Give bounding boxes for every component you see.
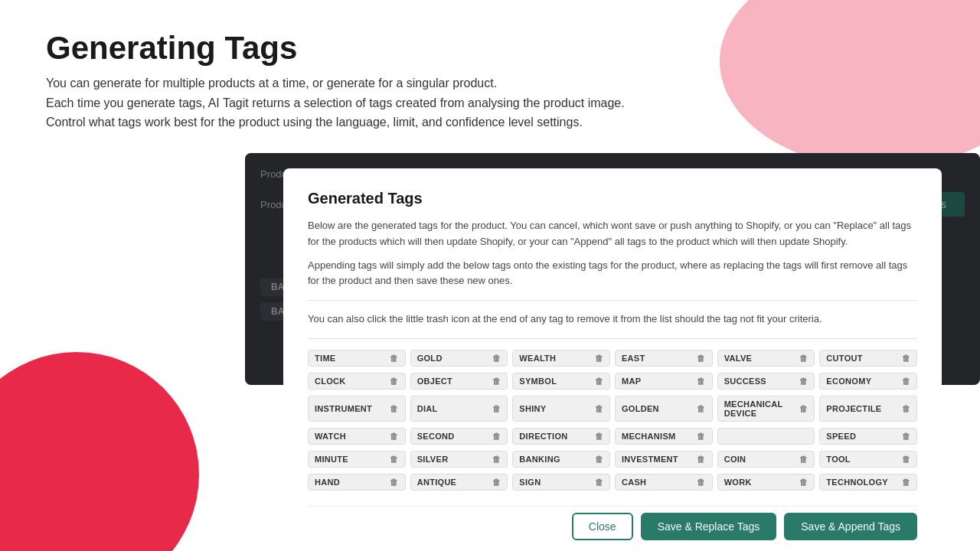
desc-line-3: Control what tags work best for the prod… bbox=[46, 112, 980, 132]
tag-item: MAP🗑 bbox=[615, 373, 713, 390]
tag-delete-icon[interactable]: 🗑 bbox=[902, 404, 910, 413]
tag-label: EAST bbox=[622, 354, 645, 363]
tag-delete-icon[interactable]: 🗑 bbox=[390, 404, 398, 413]
tag-label: CASH bbox=[622, 478, 646, 487]
tag-delete-icon[interactable]: 🗑 bbox=[799, 404, 808, 413]
tag-label: BANKING bbox=[519, 455, 560, 464]
close-button[interactable]: Close bbox=[572, 513, 633, 540]
tag-label: TOOL bbox=[826, 455, 851, 464]
tag-delete-icon[interactable]: 🗑 bbox=[390, 432, 398, 441]
tag-delete-icon[interactable]: 🗑 bbox=[697, 377, 705, 386]
tag-delete-icon[interactable]: 🗑 bbox=[595, 455, 603, 464]
tag-delete-icon[interactable]: 🗑 bbox=[595, 404, 603, 413]
modal-desc-2: Appending tags will simply add the below… bbox=[308, 258, 917, 290]
tag-label: MECHANICAL DEVICE bbox=[724, 399, 795, 418]
tag-delete-icon[interactable]: 🗑 bbox=[697, 432, 705, 441]
tag-delete-icon[interactable]: 🗑 bbox=[390, 455, 398, 464]
tag-label: ANTIQUE bbox=[417, 478, 457, 487]
modal-overlay: Generated Tags Below are the generated t… bbox=[245, 153, 980, 385]
tag-label: SIGN bbox=[519, 478, 541, 487]
tag-delete-icon[interactable]: 🗑 bbox=[697, 354, 705, 363]
tag-delete-icon[interactable]: 🗑 bbox=[595, 478, 603, 487]
tag-label: SHINY bbox=[519, 404, 546, 413]
tag-item: MECHANISM🗑 bbox=[615, 428, 713, 445]
tag-delete-icon[interactable]: 🗑 bbox=[492, 478, 501, 487]
tag-delete-icon[interactable]: 🗑 bbox=[902, 478, 910, 487]
tag-label: WATCH bbox=[315, 432, 346, 441]
tag-item: OBJECT🗑 bbox=[410, 373, 508, 390]
tag-item: PROJECTILE🗑 bbox=[819, 396, 917, 422]
tag-delete-icon[interactable]: 🗑 bbox=[902, 432, 910, 441]
tag-label: CLOCK bbox=[315, 377, 346, 386]
tag-label: ECONOMY bbox=[826, 377, 871, 386]
tag-delete-icon[interactable]: 🗑 bbox=[492, 455, 501, 464]
tag-delete-icon[interactable]: 🗑 bbox=[697, 478, 705, 487]
tag-item: EAST🗑 bbox=[615, 350, 713, 367]
tag-delete-icon[interactable]: 🗑 bbox=[902, 377, 910, 386]
tag-delete-icon[interactable]: 🗑 bbox=[595, 354, 603, 363]
tag-delete-icon[interactable]: 🗑 bbox=[492, 354, 501, 363]
tag-delete-icon[interactable]: 🗑 bbox=[492, 404, 501, 413]
tag-item: GOLDEN🗑 bbox=[615, 396, 713, 422]
tag-delete-icon[interactable]: 🗑 bbox=[595, 432, 603, 441]
tag-item: GOLD🗑 bbox=[410, 350, 508, 367]
tag-item: WATCH🗑 bbox=[308, 428, 406, 445]
tag-delete-icon[interactable]: 🗑 bbox=[697, 455, 705, 464]
desc-line-2: Each time you generate tags, AI Tagit re… bbox=[46, 93, 980, 113]
tag-item: COIN🗑 bbox=[717, 451, 815, 468]
tag-item: SHINY🗑 bbox=[512, 396, 610, 422]
tag-item: MINUTE🗑 bbox=[308, 451, 406, 468]
tag-label: SILVER bbox=[417, 455, 449, 464]
app-window: Products > 105 - Classic Leather Jacket … bbox=[245, 153, 980, 385]
tag-label: CUTOUT bbox=[826, 354, 862, 363]
tag-delete-icon[interactable]: 🗑 bbox=[595, 377, 603, 386]
tag-delete-icon[interactable]: 🗑 bbox=[902, 455, 910, 464]
save-replace-button[interactable]: Save & Replace Tags bbox=[641, 513, 777, 540]
tag-label: GOLDEN bbox=[622, 404, 659, 413]
tag-delete-icon[interactable]: 🗑 bbox=[390, 478, 398, 487]
tag-delete-icon[interactable]: 🗑 bbox=[390, 377, 398, 386]
tag-item: CUTOUT🗑 bbox=[819, 350, 917, 367]
tag-item: TIME🗑 bbox=[308, 350, 406, 367]
tag-label: WEALTH bbox=[519, 354, 556, 363]
tag-label: MINUTE bbox=[315, 455, 348, 464]
tag-item: INVESTMENT🗑 bbox=[615, 451, 713, 468]
tag-item: VALVE🗑 bbox=[717, 350, 815, 367]
tag-item: SECOND🗑 bbox=[410, 428, 508, 445]
tag-label: SECOND bbox=[417, 432, 455, 441]
tag-label: MECHANISM bbox=[622, 432, 676, 441]
tag-label: MAP bbox=[622, 377, 641, 386]
tag-delete-icon[interactable]: 🗑 bbox=[697, 404, 705, 413]
save-append-button[interactable]: Save & Append Tags bbox=[784, 513, 917, 540]
tag-item: SPEED🗑 bbox=[819, 428, 917, 445]
tag-label: COIN bbox=[724, 455, 746, 464]
tag-label: OBJECT bbox=[417, 377, 452, 386]
tag-item: HAND🗑 bbox=[308, 474, 406, 491]
tag-item: SILVER🗑 bbox=[410, 451, 508, 468]
tag-label: INVESTMENT bbox=[622, 455, 678, 464]
tag-delete-icon[interactable]: 🗑 bbox=[902, 354, 910, 363]
tag-label: DIRECTION bbox=[519, 432, 567, 441]
tag-delete-icon[interactable]: 🗑 bbox=[799, 354, 808, 363]
tag-item bbox=[717, 428, 815, 445]
tag-item: ANTIQUE🗑 bbox=[410, 474, 508, 491]
tag-label: HAND bbox=[315, 478, 340, 487]
page-header: Generating Tags You can generate for mul… bbox=[0, 0, 980, 132]
tag-item: MECHANICAL DEVICE🗑 bbox=[717, 396, 815, 422]
tag-label: DIAL bbox=[417, 404, 438, 413]
generated-tags-modal: Generated Tags Below are the generated t… bbox=[283, 168, 942, 520]
tag-item: ECONOMY🗑 bbox=[819, 373, 917, 390]
tag-delete-icon[interactable]: 🗑 bbox=[492, 432, 501, 441]
tag-delete-icon[interactable]: 🗑 bbox=[799, 478, 808, 487]
tag-item: DIAL🗑 bbox=[410, 396, 508, 422]
page-description: You can generate for multiple products a… bbox=[46, 73, 980, 132]
tag-delete-icon[interactable]: 🗑 bbox=[799, 455, 808, 464]
tag-label: TECHNOLOGY bbox=[826, 478, 888, 487]
tag-delete-icon[interactable]: 🗑 bbox=[390, 354, 398, 363]
tag-label: VALVE bbox=[724, 354, 753, 363]
tag-item: WEALTH🗑 bbox=[512, 350, 610, 367]
tag-item: TECHNOLOGY🗑 bbox=[819, 474, 917, 491]
modal-title: Generated Tags bbox=[308, 190, 917, 207]
tag-delete-icon[interactable]: 🗑 bbox=[799, 377, 808, 386]
tag-delete-icon[interactable]: 🗑 bbox=[492, 377, 501, 386]
